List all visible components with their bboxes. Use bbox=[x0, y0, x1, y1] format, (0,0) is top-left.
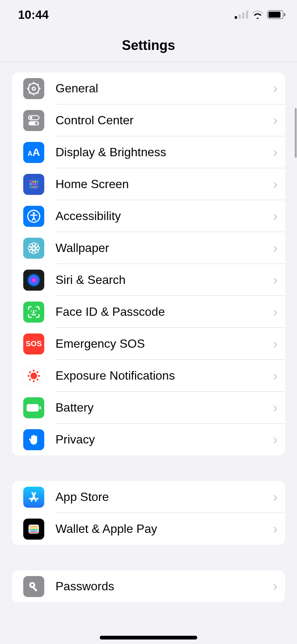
exposure-icon bbox=[23, 365, 44, 386]
row-accessibility[interactable]: Accessibility › bbox=[12, 200, 285, 232]
row-passwords[interactable]: Passwords › bbox=[12, 570, 285, 602]
text-size-icon: AA bbox=[23, 142, 44, 163]
row-label: Control Center bbox=[56, 113, 273, 127]
row-battery[interactable]: Battery › bbox=[12, 392, 285, 424]
svg-rect-15 bbox=[32, 181, 34, 182]
svg-point-42 bbox=[33, 380, 35, 382]
row-label: Face ID & Passcode bbox=[56, 305, 273, 319]
row-control-center[interactable]: Control Center › bbox=[12, 104, 285, 136]
row-general[interactable]: General › bbox=[12, 72, 285, 104]
row-emergency-sos[interactable]: SOS Emergency SOS › bbox=[12, 328, 285, 360]
svg-rect-54 bbox=[32, 587, 37, 591]
svg-point-27 bbox=[33, 212, 35, 214]
row-label: General bbox=[56, 81, 273, 95]
settings-group: App Store › Wallet & Apple Pay › bbox=[12, 481, 285, 545]
row-label: Passwords bbox=[56, 579, 273, 593]
nav-header: Settings bbox=[0, 23, 297, 62]
row-display-brightness[interactable]: AA Display & Brightness › bbox=[12, 136, 285, 168]
row-siri-search[interactable]: Siri & Search › bbox=[12, 264, 285, 296]
svg-point-53 bbox=[31, 584, 33, 586]
svg-point-40 bbox=[30, 373, 37, 379]
row-home-screen[interactable]: Home Screen › bbox=[12, 168, 285, 200]
status-time: 10:44 bbox=[18, 8, 49, 22]
svg-point-47 bbox=[29, 379, 31, 380]
chevron-right-icon: › bbox=[273, 113, 278, 128]
svg-rect-3 bbox=[246, 11, 248, 19]
chevron-right-icon: › bbox=[273, 240, 278, 256]
chevron-right-icon: › bbox=[273, 579, 278, 594]
row-label: Exposure Notifications bbox=[56, 369, 273, 383]
chevron-right-icon: › bbox=[273, 489, 278, 505]
status-bar: 10:44 bbox=[0, 0, 297, 23]
key-icon bbox=[23, 576, 44, 597]
svg-point-12 bbox=[35, 122, 38, 125]
row-label: App Store bbox=[56, 490, 273, 504]
svg-rect-14 bbox=[30, 181, 32, 182]
svg-point-46 bbox=[37, 371, 39, 373]
svg-rect-1 bbox=[238, 14, 241, 19]
row-label: Privacy bbox=[56, 433, 273, 446]
svg-rect-19 bbox=[32, 183, 34, 185]
siri-icon bbox=[23, 270, 44, 291]
page-title: Settings bbox=[0, 38, 297, 53]
row-exposure-notifications[interactable]: Exposure Notifications › bbox=[12, 360, 285, 392]
chevron-right-icon: › bbox=[273, 304, 278, 320]
svg-point-10 bbox=[30, 116, 33, 119]
chevron-right-icon: › bbox=[273, 208, 278, 224]
svg-point-37 bbox=[27, 273, 40, 287]
svg-point-45 bbox=[29, 371, 31, 373]
svg-point-41 bbox=[33, 370, 35, 371]
row-wallet-apple-pay[interactable]: Wallet & Apple Pay › bbox=[12, 513, 285, 545]
chevron-right-icon: › bbox=[273, 368, 278, 384]
settings-group: General › Control Center › AA Display & … bbox=[12, 72, 285, 455]
svg-point-8 bbox=[32, 87, 35, 90]
svg-rect-6 bbox=[284, 13, 285, 16]
row-label: Emergency SOS bbox=[56, 337, 273, 351]
switches-icon bbox=[23, 110, 44, 131]
svg-rect-24 bbox=[34, 186, 36, 188]
row-label: Siri & Search bbox=[56, 273, 273, 287]
svg-point-39 bbox=[36, 310, 37, 311]
svg-rect-25 bbox=[37, 186, 38, 188]
row-app-store[interactable]: App Store › bbox=[12, 481, 285, 513]
settings-group: Passwords › bbox=[12, 570, 285, 602]
chevron-right-icon: › bbox=[273, 272, 278, 288]
row-label: Accessibility bbox=[56, 209, 273, 223]
svg-point-43 bbox=[28, 375, 30, 377]
svg-rect-17 bbox=[37, 181, 38, 182]
settings-list: General › Control Center › AA Display & … bbox=[0, 72, 297, 602]
scroll-indicator bbox=[295, 108, 297, 158]
svg-rect-18 bbox=[30, 183, 32, 185]
appstore-icon bbox=[23, 487, 44, 508]
chevron-right-icon: › bbox=[273, 521, 278, 537]
gear-icon bbox=[23, 78, 44, 99]
svg-rect-2 bbox=[242, 12, 244, 19]
row-label: Home Screen bbox=[56, 177, 273, 191]
row-label: Wallet & Apple Pay bbox=[56, 522, 273, 536]
svg-point-44 bbox=[38, 375, 40, 377]
row-label: Wallpaper bbox=[56, 241, 273, 255]
svg-rect-5 bbox=[268, 12, 280, 18]
chevron-right-icon: › bbox=[273, 336, 278, 352]
svg-rect-0 bbox=[235, 16, 237, 19]
row-faceid-passcode[interactable]: Face ID & Passcode › bbox=[12, 296, 285, 328]
chevron-right-icon: › bbox=[273, 432, 278, 448]
flower-icon bbox=[23, 238, 44, 259]
row-wallpaper[interactable]: Wallpaper › bbox=[12, 232, 285, 264]
hand-icon bbox=[23, 429, 44, 450]
svg-rect-20 bbox=[34, 183, 36, 185]
svg-rect-49 bbox=[27, 404, 39, 412]
svg-rect-16 bbox=[34, 181, 36, 182]
battery-icon bbox=[23, 397, 44, 418]
wifi-icon bbox=[252, 11, 263, 19]
svg-point-38 bbox=[31, 310, 32, 311]
sos-icon: SOS bbox=[23, 333, 44, 354]
home-indicator[interactable] bbox=[100, 636, 197, 639]
apps-grid-icon bbox=[23, 174, 44, 195]
chevron-right-icon: › bbox=[273, 81, 278, 97]
status-indicators bbox=[235, 10, 286, 19]
row-privacy[interactable]: Privacy › bbox=[12, 424, 285, 455]
chevron-right-icon: › bbox=[273, 145, 278, 160]
row-label: Display & Brightness bbox=[56, 145, 273, 159]
row-label: Battery bbox=[56, 401, 273, 415]
